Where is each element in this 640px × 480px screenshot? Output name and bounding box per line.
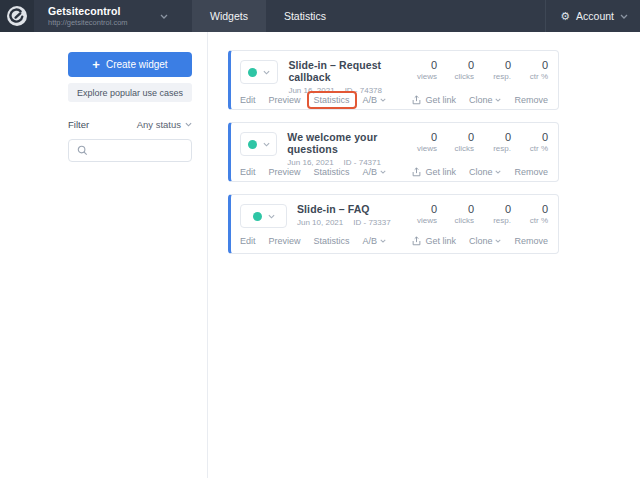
widget-titles: Slide-in – Request callback Jun 16, 2021…: [288, 59, 400, 95]
share-icon: [412, 167, 421, 177]
widget-card: We welcome your questions Jun 16, 2021 I…: [228, 122, 559, 182]
remove-link[interactable]: Remove: [514, 236, 548, 246]
widget-status-toggle[interactable]: [240, 60, 278, 84]
stat-views: 0 views: [400, 203, 437, 225]
create-widget-button[interactable]: + Create widget: [68, 52, 192, 77]
clone-link[interactable]: Clone: [469, 95, 502, 105]
chevron-down-icon: [495, 239, 501, 243]
edit-link[interactable]: Edit: [240, 236, 256, 246]
status-filter-select[interactable]: Any status: [137, 119, 192, 130]
clone-link[interactable]: Clone: [469, 236, 502, 246]
widget-stats: 0 views 0 clicks 0 resp. 0 ctr %: [400, 59, 548, 81]
getsitecontrol-logo[interactable]: [0, 0, 34, 32]
status-dot-icon: [248, 140, 257, 149]
site-switcher[interactable]: Getsitecontrol http://getsitecontrol.com: [34, 0, 176, 32]
site-url: http://getsitecontrol.com: [48, 18, 128, 27]
widget-titles: We welcome your questions Jun 16, 2021 I…: [287, 131, 400, 167]
widget-card: Slide-in – Request callback Jun 16, 2021…: [228, 50, 559, 110]
chevron-down-icon: [380, 239, 386, 243]
widget-card-top: Slide-in – FAQ Jun 10, 2021 ID - 73337 0…: [240, 203, 548, 236]
share-icon: [412, 95, 421, 105]
chevron-down-icon: [380, 170, 386, 174]
stat-clicks: 0 clicks: [437, 203, 474, 225]
widget-card-actions: Edit Preview Statistics A/B: [240, 95, 548, 105]
remove-link[interactable]: Remove: [514, 167, 548, 177]
get-link-link[interactable]: Get link: [412, 236, 456, 246]
widget-title: We welcome your questions: [287, 131, 400, 155]
preview-link[interactable]: Preview: [269, 167, 301, 177]
stat-views: 0 views: [400, 131, 437, 153]
widget-status-toggle[interactable]: [240, 132, 277, 156]
get-link-link[interactable]: Get link: [412, 95, 456, 105]
widget-title: Slide-in – Request callback: [288, 59, 400, 83]
logo-icon: [7, 6, 27, 26]
widget-titles: Slide-in – FAQ Jun 10, 2021 ID - 73337: [297, 203, 391, 227]
stat-views: 0 views: [400, 59, 437, 81]
chevron-down-icon: [160, 14, 168, 19]
share-icon: [412, 236, 421, 246]
chevron-down-icon: [268, 214, 275, 219]
chevron-down-icon: [495, 170, 501, 174]
account-label: Account: [576, 10, 614, 22]
statistics-link[interactable]: Statistics: [309, 234, 355, 248]
status-dot-icon: [248, 68, 257, 77]
stat-ctr: 0 ctr %: [511, 203, 548, 225]
widget-stats: 0 views 0 clicks 0 resp. 0 ctr %: [400, 203, 548, 225]
preview-link[interactable]: Preview: [269, 95, 301, 105]
widget-card-top: Slide-in – Request callback Jun 16, 2021…: [240, 59, 548, 95]
stat-resp: 0 resp.: [474, 131, 511, 153]
ab-test-link[interactable]: A/B: [363, 95, 387, 105]
ab-test-link[interactable]: A/B: [363, 167, 387, 177]
stat-ctr: 0 ctr %: [511, 59, 548, 81]
remove-link[interactable]: Remove: [514, 95, 548, 105]
widget-date: Jun 10, 2021: [297, 218, 343, 227]
getsitecontrol-app: Getsitecontrol http://getsitecontrol.com…: [0, 0, 640, 480]
widget-stats: 0 views 0 clicks 0 resp. 0 ctr %: [400, 131, 548, 153]
explore-use-cases-button[interactable]: Explore popular use cases: [68, 83, 192, 102]
search-input[interactable]: [68, 139, 192, 162]
stat-clicks: 0 clicks: [437, 59, 474, 81]
chevron-down-icon: [380, 98, 386, 102]
widget-id: ID - 73337: [353, 218, 390, 227]
statistics-link[interactable]: Statistics: [309, 93, 355, 107]
status-filter-value: Any status: [137, 119, 181, 130]
main-nav: Widgets Statistics: [192, 0, 344, 32]
chevron-down-icon: [263, 70, 270, 75]
tab-widgets[interactable]: Widgets: [192, 0, 266, 32]
filter-label: Filter: [68, 119, 89, 130]
gear-icon: ⚙: [560, 11, 570, 22]
stat-clicks: 0 clicks: [437, 131, 474, 153]
stat-ctr: 0 ctr %: [511, 131, 548, 153]
widget-card-actions: Edit Preview Statistics A/B: [240, 167, 548, 177]
stat-resp: 0 resp.: [474, 203, 511, 225]
chevron-down-icon: [495, 98, 501, 102]
site-name: Getsitecontrol: [48, 5, 128, 17]
search-icon: [77, 145, 88, 156]
filter-row: Filter Any status: [68, 119, 192, 130]
preview-link[interactable]: Preview: [269, 236, 301, 246]
account-menu[interactable]: ⚙ Account: [545, 0, 640, 32]
status-dot-icon: [253, 212, 262, 221]
chevron-down-icon: [620, 14, 628, 19]
sidebar: + Create widget Explore popular use case…: [0, 32, 208, 478]
edit-link[interactable]: Edit: [240, 167, 256, 177]
widget-status-toggle[interactable]: [240, 204, 287, 228]
create-widget-label: Create widget: [106, 59, 168, 70]
widget-card-actions: Edit Preview Statistics A/B: [240, 236, 548, 246]
edit-link[interactable]: Edit: [240, 95, 256, 105]
statistics-link[interactable]: Statistics: [309, 165, 355, 179]
chevron-down-icon: [263, 142, 270, 147]
tab-statistics[interactable]: Statistics: [266, 0, 344, 32]
stat-resp: 0 resp.: [474, 59, 511, 81]
widget-title: Slide-in – FAQ: [297, 203, 391, 215]
topbar: Getsitecontrol http://getsitecontrol.com…: [0, 0, 640, 32]
ab-test-link[interactable]: A/B: [363, 236, 387, 246]
plus-icon: +: [92, 58, 100, 71]
widget-list: Slide-in – Request callback Jun 16, 2021…: [228, 50, 559, 254]
widget-card-top: We welcome your questions Jun 16, 2021 I…: [240, 131, 548, 167]
get-link-link[interactable]: Get link: [412, 167, 456, 177]
widget-card: Slide-in – FAQ Jun 10, 2021 ID - 73337 0…: [228, 194, 559, 254]
clone-link[interactable]: Clone: [469, 167, 502, 177]
chevron-down-icon: [185, 122, 192, 127]
